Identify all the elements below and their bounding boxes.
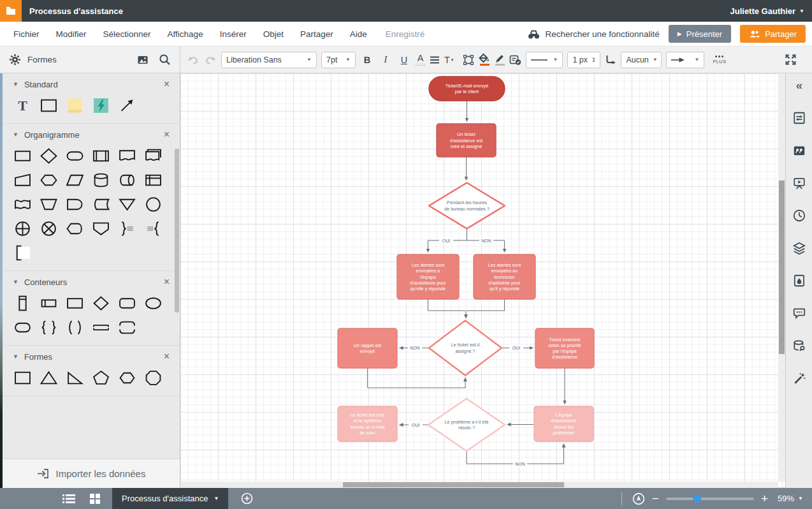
shape-container-diamond[interactable] <box>92 295 110 312</box>
page-tab[interactable]: Processus d'assistance ▼ <box>112 488 228 509</box>
import-data-button[interactable]: Importer les données <box>3 459 180 488</box>
shape-document[interactable] <box>119 147 136 165</box>
present-button[interactable]: ▶ Présenter <box>669 25 731 43</box>
font-size-select[interactable]: 7pt▼ <box>321 52 356 68</box>
shape-database[interactable] <box>92 172 110 189</box>
page-list-icon[interactable] <box>62 494 75 504</box>
edge[interactable]: OUI <box>502 345 533 351</box>
horizontal-scrollbar[interactable] <box>180 482 778 488</box>
fill-color-button[interactable] <box>479 54 490 66</box>
menu-item-affichage[interactable]: Affichage <box>159 29 212 39</box>
share-button[interactable]: Partager <box>740 25 806 43</box>
menu-item-aide[interactable]: Aide <box>342 29 375 39</box>
shape-preparation[interactable] <box>40 172 57 189</box>
node-create-ticket[interactable]: Un ticketd'assistance estcréé et assigné <box>437 124 496 157</box>
shape-off-page-connector[interactable] <box>92 220 110 237</box>
add-page-icon[interactable] <box>241 492 253 505</box>
shape-container-lines[interactable] <box>92 319 110 336</box>
edge[interactable]: NON <box>467 444 564 467</box>
comments-icon[interactable] <box>792 306 807 320</box>
page-grid-icon[interactable] <box>89 493 101 505</box>
edge[interactable]: NON <box>400 345 429 351</box>
node-close-ticket[interactable]: Le ticket est closet le systèmeenvoie un… <box>338 406 397 441</box>
shape-container-braces[interactable] <box>40 319 57 336</box>
pan-mode-icon[interactable] <box>632 492 645 505</box>
bold-button[interactable]: B <box>360 52 374 68</box>
shape-decision[interactable] <box>40 147 57 165</box>
shape-container-bracket[interactable] <box>119 319 136 336</box>
shape-container-ellipse[interactable] <box>145 295 162 312</box>
close-section-icon[interactable]: × <box>164 78 170 90</box>
shape-rectangle[interactable] <box>40 97 57 114</box>
shape-container-vertical[interactable] <box>14 295 31 312</box>
collapse-triangle-icon[interactable]: ▼ <box>13 279 18 285</box>
line-style-select[interactable]: ▼ <box>526 52 563 68</box>
edge[interactable] <box>467 299 505 311</box>
edge[interactable] <box>428 299 466 311</box>
insert-image-icon[interactable] <box>137 54 149 66</box>
app-logo-icon[interactable] <box>0 0 22 22</box>
shape-or-junction[interactable] <box>40 220 57 237</box>
italic-button[interactable]: I <box>379 52 393 68</box>
node-office-hours[interactable]: Pendant les heuresde bureau normales ? <box>429 183 505 229</box>
redo-icon[interactable] <box>204 55 217 65</box>
shape-container-parentheses[interactable] <box>66 319 83 336</box>
node-resolved[interactable]: Le problème a-t-il étérésolu ? <box>428 399 505 451</box>
manage-shapes-gear-icon[interactable] <box>9 54 21 66</box>
shape-manual-input[interactable] <box>14 172 31 189</box>
zoom-slider-thumb[interactable] <box>693 494 701 503</box>
collapse-triangle-icon[interactable]: ▼ <box>13 353 18 360</box>
layers-icon[interactable] <box>792 241 807 255</box>
node-reminder[interactable]: Un rappel estenvoyé <box>338 328 397 368</box>
shape-sticky-note[interactable] <box>66 97 83 114</box>
shape-triangle[interactable] <box>40 369 57 387</box>
user-menu[interactable]: Juliette Gauthier ▼ <box>730 6 805 16</box>
search-shapes-icon[interactable] <box>159 54 171 66</box>
shape-data-icon[interactable] <box>509 54 521 66</box>
line-start-select[interactable]: Aucun▼ <box>621 52 662 68</box>
edge[interactable]: OUI <box>428 237 467 252</box>
vertical-scrollbar[interactable] <box>778 73 785 482</box>
presentation-icon[interactable] <box>792 176 807 190</box>
collapse-panel-icon[interactable]: « <box>792 78 807 92</box>
node-examine[interactable]: Ticket examinéselon sa prioritépar l'équ… <box>535 328 594 368</box>
close-section-icon[interactable]: × <box>164 276 170 288</box>
shape-internal-storage[interactable] <box>145 172 162 189</box>
shape-direct-access-storage[interactable] <box>119 172 136 189</box>
page-settings-icon[interactable] <box>792 111 807 125</box>
shape-tape[interactable] <box>14 196 31 213</box>
text-options-icon[interactable]: T ▾ <box>444 55 453 65</box>
history-icon[interactable] <box>792 209 807 223</box>
shape-arrow[interactable] <box>119 97 136 114</box>
shape-stored-data[interactable] <box>92 196 110 213</box>
font-family-select[interactable]: Liberation Sans▼ <box>221 52 317 68</box>
shape-annotation-left[interactable] <box>145 220 162 237</box>
shape-multi-document[interactable] <box>145 147 162 165</box>
panel-scrollbar[interactable] <box>175 149 179 313</box>
line-end-select[interactable]: ▼ <box>666 52 704 68</box>
magic-wand-icon[interactable] <box>792 371 807 385</box>
node-ticket-assigned[interactable]: Le ticket est-ilassigné ? <box>429 321 502 376</box>
edge[interactable]: OUI <box>400 422 428 428</box>
feature-search[interactable]: Rechercher une fonctionnalité <box>528 29 659 40</box>
collapse-triangle-icon[interactable]: ▼ <box>13 81 18 87</box>
shape-style-icon[interactable] <box>463 54 474 66</box>
shape-text[interactable]: T <box>14 97 31 114</box>
undo-icon[interactable] <box>187 55 199 65</box>
diagram-canvas[interactable]: OUINONNONOUIOUINONTicket/E-mail envoyépa… <box>180 73 785 488</box>
node-team-resolves[interactable]: L'équiped'assistancerésout lesproblèmes <box>534 406 593 441</box>
font-color-button[interactable]: A <box>416 54 425 66</box>
shape-container-rounded[interactable] <box>119 295 136 312</box>
menu-item-inserer[interactable]: Insérer <box>212 29 255 39</box>
line-color-button[interactable] <box>495 54 505 66</box>
node-alert-team[interactable]: Les alertes sontenvoyées àl'équiped'assi… <box>397 255 459 299</box>
text-align-icon[interactable] <box>430 55 440 64</box>
node-start[interactable]: Ticket/E-mail envoyépar le client <box>429 77 505 101</box>
horizontal-scrollbar-thumb[interactable] <box>343 482 564 487</box>
shape-right-triangle[interactable] <box>66 369 83 387</box>
shape-lightning[interactable] <box>92 97 110 114</box>
more-tools-button[interactable]: PLUS <box>713 55 726 64</box>
shape-shape-rectangle[interactable] <box>14 369 31 387</box>
shape-container-rectangle[interactable] <box>66 295 83 312</box>
menu-item-partager[interactable]: Partager <box>292 29 342 39</box>
